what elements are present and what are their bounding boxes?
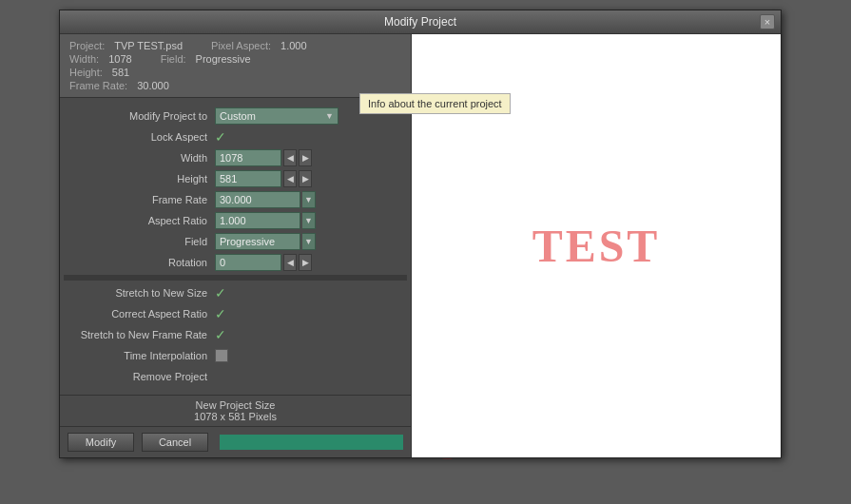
field-field-label: Field (68, 236, 215, 247)
rotation-input[interactable] (215, 254, 281, 271)
close-button[interactable]: × (760, 14, 775, 29)
stretch-new-size-control: ✓ (215, 285, 403, 300)
field-control: ▼ (215, 233, 403, 250)
lock-aspect-checkmark[interactable]: ✓ (215, 129, 226, 145)
width-field-label: Width (68, 152, 215, 164)
height-field-label: Height (68, 173, 215, 184)
project-label: Project: (69, 40, 105, 51)
project-value: TVP TEST.psd (114, 40, 183, 51)
width-row: Width ◀ ▶ (64, 147, 407, 168)
height-input[interactable] (215, 170, 281, 187)
aspect-ratio-field-label: Aspect Ratio (68, 215, 215, 226)
correct-aspect-control: ✓ (215, 306, 403, 321)
size-info-section: New Project Size 1078 x 581 Pixels (60, 395, 411, 426)
field-row: Field ▼ (64, 231, 407, 252)
time-interpolation-label: Time Interpolation (68, 350, 215, 361)
modify-project-dropdown[interactable]: Custom ▼ (215, 107, 338, 125)
stretch-frame-rate-control: ✓ (215, 327, 403, 342)
height-control: ◀ ▶ (215, 170, 403, 187)
remove-project-row: Remove Project (64, 366, 407, 387)
frame-rate-dropdown-arrow[interactable]: ▼ (302, 191, 316, 208)
rotation-field-label: Rotation (68, 257, 215, 268)
left-panel: Project: TVP TEST.psd Pixel Aspect: 1.00… (60, 34, 412, 457)
size-value: 1078 x 581 Pixels (68, 411, 403, 422)
rotation-stepper-up[interactable]: ◀ (283, 254, 297, 271)
remove-project-label: Remove Project (68, 371, 215, 382)
stretch-frame-rate-label: Stretch to New Frame Rate (68, 329, 215, 340)
height-value: 581 (112, 67, 129, 78)
form-area: Modify Project to Custom ▼ Lock Aspect ✓ (60, 98, 411, 395)
stretch-frame-rate-checkmark[interactable]: ✓ (215, 327, 226, 342)
modify-button[interactable]: Modify (68, 433, 134, 452)
pixel-aspect-value: 1.000 (280, 40, 307, 51)
lock-aspect-label: Lock Aspect (68, 131, 215, 143)
time-interpolation-checkbox[interactable] (215, 349, 228, 362)
dropdown-arrow-icon: ▼ (325, 111, 334, 121)
dialog-title: Modify Project (384, 15, 456, 29)
field-input[interactable] (215, 233, 300, 250)
preview-test-text: TEST (532, 220, 661, 272)
stretch-new-size-row: Stretch to New Size ✓ (64, 282, 407, 303)
aspect-ratio-row: Aspect Ratio ▼ (64, 210, 407, 231)
stretch-new-size-checkmark[interactable]: ✓ (215, 285, 226, 300)
rotation-stepper-down[interactable]: ▶ (299, 254, 312, 271)
pixel-aspect-label: Pixel Aspect: (211, 40, 271, 51)
time-interpolation-row: Time Interpolation (64, 345, 407, 366)
project-info-row1: Project: TVP TEST.psd Pixel Aspect: 1.00… (69, 40, 401, 51)
aspect-ratio-input[interactable] (215, 212, 300, 229)
correct-aspect-row: Correct Aspect Ratio ✓ (64, 303, 407, 324)
project-info-row3: Height: 581 (69, 67, 401, 78)
modify-project-label: Modify Project to (68, 110, 215, 122)
dialog-body: Project: TVP TEST.psd Pixel Aspect: 1.00… (60, 34, 781, 457)
frame-rate-field-label: Frame Rate (68, 194, 215, 205)
progress-bar (220, 435, 403, 450)
frame-rate-row: Frame Rate ▼ (64, 189, 407, 210)
project-info-row4: Frame Rate: 30.000 (69, 80, 401, 91)
height-label: Height: (69, 67, 103, 78)
width-control: ◀ ▶ (215, 149, 403, 166)
width-value: 1078 (108, 53, 131, 65)
dialog-titlebar: Modify Project × (60, 10, 781, 34)
cancel-button[interactable]: Cancel (142, 433, 208, 452)
new-project-size-label: New Project Size (68, 399, 403, 411)
info-tooltip: Info about the current project (359, 93, 511, 114)
frame-rate-input[interactable] (215, 191, 300, 208)
dialog-footer: Modify Cancel (60, 426, 411, 457)
rotation-control: ◀ ▶ (215, 254, 403, 271)
correct-aspect-checkmark[interactable]: ✓ (215, 306, 226, 321)
height-row: Height ◀ ▶ (64, 168, 407, 189)
width-label: Width: (69, 53, 99, 65)
frame-rate-label-info: Frame Rate: (69, 80, 127, 91)
field-label: Field: (161, 53, 186, 65)
height-stepper-down[interactable]: ▶ (299, 170, 312, 187)
stretch-frame-rate-row: Stretch to New Frame Rate ✓ (64, 324, 407, 345)
frame-rate-value-info: 30.000 (137, 80, 169, 91)
lock-aspect-control: ✓ (215, 129, 403, 145)
project-info-row2: Width: 1078 Field: Progressive (69, 53, 401, 65)
field-dropdown-arrow[interactable]: ▼ (302, 233, 316, 250)
aspect-ratio-control: ▼ (215, 212, 403, 229)
frame-rate-control: ▼ (215, 191, 403, 208)
modify-project-dialog: Modify Project × Project: TVP TEST.psd P… (59, 10, 782, 458)
stretch-new-size-label: Stretch to New Size (68, 287, 215, 299)
width-input[interactable] (215, 149, 281, 166)
time-interpolation-control (215, 349, 403, 362)
width-stepper-up[interactable]: ◀ (283, 149, 297, 166)
modify-project-row: Modify Project to Custom ▼ (64, 106, 407, 126)
width-stepper-down[interactable]: ▶ (299, 149, 312, 166)
rotation-row: Rotation ◀ ▶ (64, 252, 407, 273)
height-stepper-up[interactable]: ◀ (283, 170, 297, 187)
field-value: Progressive (196, 53, 251, 65)
lock-aspect-row: Lock Aspect ✓ (64, 126, 407, 147)
project-info-bar: Project: TVP TEST.psd Pixel Aspect: 1.00… (60, 34, 411, 98)
section-divider-1 (64, 275, 407, 281)
correct-aspect-label: Correct Aspect Ratio (68, 308, 215, 320)
modify-project-value: Custom (220, 110, 256, 122)
aspect-ratio-dropdown-arrow[interactable]: ▼ (302, 212, 316, 229)
